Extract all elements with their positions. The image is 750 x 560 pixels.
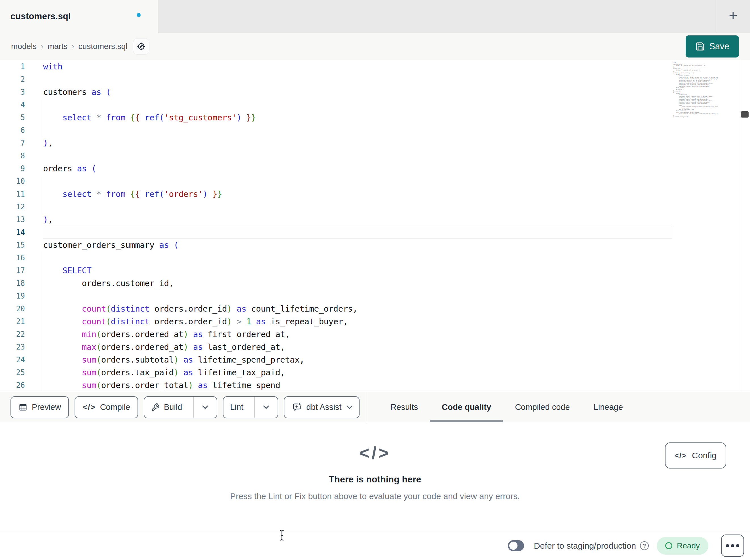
file-tab-title: customers.sql bbox=[11, 11, 71, 22]
line-number: 19 bbox=[0, 290, 43, 303]
config-button[interactable]: </> Config bbox=[665, 442, 726, 469]
code-line-13[interactable]: 13), bbox=[0, 213, 672, 226]
code-line-text: with bbox=[43, 60, 672, 73]
code-icon: </> bbox=[82, 403, 96, 412]
code-line-1[interactable]: 1with bbox=[0, 60, 672, 73]
code-line-text: sum(orders.order_total) as lifetime_spen… bbox=[43, 379, 672, 392]
panel-tab-code-quality[interactable]: Code quality bbox=[430, 392, 503, 422]
line-number: 26 bbox=[0, 379, 43, 392]
line-number: 11 bbox=[0, 188, 43, 201]
plus-icon: + bbox=[729, 8, 737, 23]
panel-tab-lineage[interactable]: Lineage bbox=[582, 392, 635, 422]
breadcrumb-item-marts[interactable]: marts bbox=[47, 42, 67, 51]
code-line-25[interactable]: 25 sum(orders.tax_paid) as lifetime_tax_… bbox=[0, 366, 672, 379]
breadcrumb-item-customers-sql[interactable]: customers.sql bbox=[79, 42, 127, 51]
code-line-7[interactable]: 7), bbox=[0, 137, 672, 149]
preview-button[interactable]: Preview bbox=[11, 396, 69, 418]
code-line-5[interactable]: 5 select * from {{ ref('stg_customers') … bbox=[0, 111, 672, 124]
save-icon bbox=[695, 42, 705, 51]
lint-button[interactable]: Lint bbox=[223, 397, 250, 418]
indent-guide bbox=[63, 341, 63, 353]
indent-guide bbox=[43, 251, 43, 264]
code-line-22[interactable]: 22 min(orders.ordered_at) as first_order… bbox=[0, 328, 672, 341]
code-line-6[interactable]: 6 bbox=[0, 124, 672, 137]
code-line-9[interactable]: 9orders as ( bbox=[0, 162, 672, 175]
file-tab-customers-sql[interactable]: customers.sql bbox=[0, 0, 158, 33]
code-line-21[interactable]: 21 count(distinct orders.order_id) > 1 a… bbox=[0, 315, 672, 328]
compass-icon bbox=[136, 42, 146, 51]
code-line-18[interactable]: 18 orders.customer_id, bbox=[0, 277, 672, 290]
line-number: 7 bbox=[0, 137, 43, 149]
code-line-26[interactable]: 26 sum(orders.order_total) as lifetime_s… bbox=[0, 379, 672, 392]
line-number: 10 bbox=[0, 175, 43, 188]
code-line-11[interactable]: 11 select * from {{ ref('orders') }} bbox=[0, 188, 672, 201]
dbt-assist-button-label: dbt Assist bbox=[306, 402, 341, 412]
code-editor: 1with23customers as (45 select * from {{… bbox=[0, 60, 750, 392]
breadcrumb-bar: models›marts›customers.sql Save bbox=[0, 33, 750, 60]
empty-state: </> There is nothing here Press the Lint… bbox=[0, 443, 750, 501]
indent-guide bbox=[43, 315, 43, 328]
text-cursor-pointer bbox=[280, 530, 284, 541]
ellipsis-icon bbox=[726, 544, 729, 547]
code-line-15[interactable]: 15customer_orders_summary as ( bbox=[0, 239, 672, 251]
indent-guide bbox=[43, 201, 43, 213]
indent-guide bbox=[43, 366, 43, 379]
defer-toggle[interactable] bbox=[508, 540, 524, 551]
build-dropdown-button[interactable] bbox=[193, 397, 217, 418]
code-line-14[interactable]: 14 bbox=[0, 226, 672, 239]
breadcrumb-item-models[interactable]: models bbox=[11, 42, 37, 51]
code-slash-icon: </> bbox=[359, 443, 391, 463]
panel-tab-compiled-code[interactable]: Compiled code bbox=[503, 392, 581, 422]
code-line-text bbox=[43, 175, 672, 188]
code-line-10[interactable]: 10 bbox=[0, 175, 672, 188]
code-line-8[interactable]: 8 bbox=[0, 149, 672, 162]
indent-guide bbox=[43, 290, 43, 303]
code-editor-text-area[interactable]: 1with23customers as (45 select * from {{… bbox=[0, 60, 672, 392]
indent-guide bbox=[43, 328, 43, 341]
line-number: 22 bbox=[0, 328, 43, 341]
code-line-4[interactable]: 4 bbox=[0, 99, 672, 111]
preview-button-label: Preview bbox=[32, 402, 61, 412]
save-button[interactable]: Save bbox=[686, 36, 739, 58]
help-icon[interactable]: ? bbox=[640, 541, 649, 550]
build-button[interactable]: Build bbox=[144, 397, 189, 418]
code-line-text: customer_orders_summary as ( bbox=[43, 239, 672, 251]
breadcrumb-separator: › bbox=[72, 42, 74, 51]
new-tab-button[interactable]: + bbox=[716, 0, 750, 33]
code-line-24[interactable]: 24 sum(orders.subtotal) as lifetime_spen… bbox=[0, 353, 672, 366]
empty-state-subtitle: Press the Lint or Fix button above to ev… bbox=[230, 492, 520, 501]
code-line-23[interactable]: 23 max(orders.ordered_at) as last_ordere… bbox=[0, 341, 672, 353]
line-number: 2 bbox=[0, 73, 43, 86]
indent-guide bbox=[43, 111, 43, 124]
code-line-text: orders.customer_id, bbox=[43, 277, 672, 290]
line-number: 4 bbox=[0, 99, 43, 111]
chevron-down-icon bbox=[263, 403, 269, 409]
save-button-label: Save bbox=[709, 41, 729, 51]
compile-button-label: Compile bbox=[100, 402, 130, 412]
code-line-17[interactable]: 17 SELECT bbox=[0, 264, 672, 277]
code-line-16[interactable]: 16 bbox=[0, 251, 672, 264]
code-line-text: SELECT bbox=[43, 264, 672, 277]
scrollbar-thumb[interactable] bbox=[741, 111, 749, 118]
minimap[interactable]: withcustomers as ( select * from {{ ref(… bbox=[673, 62, 718, 118]
panel-tab-results[interactable]: Results bbox=[378, 392, 430, 422]
indent-guide bbox=[63, 303, 63, 315]
code-line-12[interactable]: 12 bbox=[0, 201, 672, 213]
indent-guide bbox=[43, 188, 43, 201]
code-line-19[interactable]: 19 bbox=[0, 290, 672, 303]
code-line-text bbox=[43, 226, 672, 239]
lint-dropdown-button[interactable] bbox=[254, 397, 278, 418]
code-line-3[interactable]: 3customers as ( bbox=[0, 86, 672, 99]
code-line-text: count(distinct orders.order_id) > 1 as i… bbox=[43, 315, 672, 328]
ready-circle-icon bbox=[665, 542, 672, 549]
more-options-button[interactable] bbox=[721, 535, 744, 557]
compile-button[interactable]: </> Compile bbox=[75, 396, 138, 418]
locate-in-file-tree-button[interactable] bbox=[133, 38, 150, 55]
code-line-text bbox=[43, 99, 672, 111]
code-line-2[interactable]: 2 bbox=[0, 73, 672, 86]
code-line-text: min(orders.ordered_at) as first_ordered_… bbox=[43, 328, 672, 341]
empty-state-title: There is nothing here bbox=[329, 474, 421, 485]
indent-guide bbox=[43, 341, 43, 353]
dbt-assist-button[interactable]: dbt Assist bbox=[284, 396, 359, 418]
code-line-20[interactable]: 20 count(distinct orders.order_id) as co… bbox=[0, 303, 672, 315]
